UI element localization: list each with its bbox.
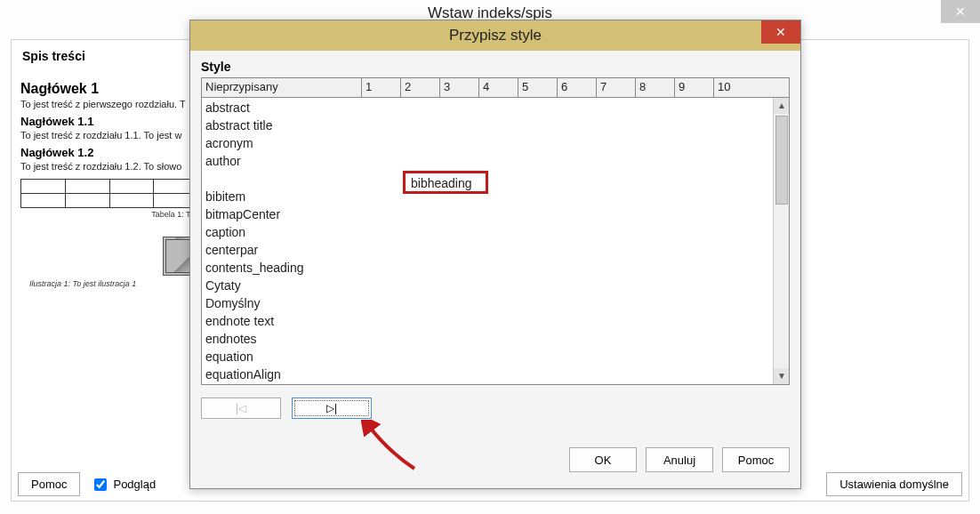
bg-close-button[interactable]: ✕ [941,0,980,23]
style-item[interactable]: bitmapCenter [202,205,362,222]
bg-help-label: Pomoc [31,478,67,491]
grid-header-6[interactable]: 6 [558,78,597,97]
grid-header-10[interactable]: 10 [714,78,753,97]
fg-titlebar: Przypisz style ✕ [190,20,800,51]
style-item[interactable]: Cytaty [202,276,362,293]
style-item[interactable]: acronym [202,133,362,151]
grid-scrollbar[interactable]: ▲ ▼ [773,98,789,384]
style-item[interactable]: centerpar [202,240,362,258]
style-item[interactable]: equationAlign [202,365,362,382]
grid-content[interactable]: abstract abstract title acronym author b… [202,98,773,384]
grid-header-row: Nieprzypisany 1 2 3 4 5 6 7 8 9 10 [202,78,789,98]
style-item-highlighted[interactable]: bibheading [403,171,488,194]
fg-close-button[interactable]: ✕ [761,20,800,44]
bg-help-button[interactable]: Pomoc [18,472,80,496]
cancel-label: Anuluj [663,454,695,467]
style-item[interactable]: endnote text [202,311,362,329]
style-item[interactable]: Domyślny [202,293,362,311]
bg-bottom-left-buttons: Pomoc Podgląd [18,472,156,496]
style-item[interactable]: abstract [202,98,362,116]
grid-header-1[interactable]: 1 [362,78,401,97]
style-item[interactable]: contents_heading [202,258,362,276]
grid-header-unassigned[interactable]: Nieprzypisany [202,78,362,97]
grid-header-8[interactable]: 8 [636,78,675,97]
bg-defaults-label: Ustawienia domyślne [839,478,949,491]
style-item[interactable]: endnotes [202,329,362,347]
bg-defaults-button[interactable]: Ustawienia domyślne [826,472,962,496]
fg-title: Przypisz style [190,20,800,51]
scroll-up-icon[interactable]: ▲ [774,98,789,114]
grid-header-2[interactable]: 2 [401,78,440,97]
scroll-down-icon[interactable]: ▼ [774,368,789,384]
grid-body: abstract abstract title acronym author b… [202,98,789,384]
style-item[interactable]: caption [202,222,362,240]
grid-header-4[interactable]: 4 [479,78,518,97]
style-label: Style [201,60,790,74]
bg-section-title: Spis treści [22,49,85,63]
cancel-button[interactable]: Anuluj [646,447,713,472]
grid-col-unassigned: abstract abstract title acronym author b… [202,98,362,382]
fg-help-label: Pomoc [738,454,774,467]
grid-header-3[interactable]: 3 [440,78,479,97]
go-last-icon: ▷| [326,402,337,414]
style-grid[interactable]: Nieprzypisany 1 2 3 4 5 6 7 8 9 10 abstr… [201,77,790,385]
style-item[interactable] [202,169,362,187]
style-item[interactable]: abstract title [202,116,362,133]
ok-button[interactable]: OK [569,447,637,472]
preview-checkbox-input[interactable] [94,478,107,491]
style-item[interactable]: author [202,151,362,169]
go-first-icon: |◁ [236,402,246,414]
scroll-thumb[interactable] [775,116,788,205]
fg-help-button[interactable]: Pomoc [722,447,790,472]
preview-checkbox-label: Podgląd [113,478,156,491]
assign-styles-dialog: Przypisz style ✕ Style Nieprzypisany 1 2… [189,20,801,489]
grid-header-5[interactable]: 5 [518,78,558,97]
move-left-button[interactable]: |◁ [201,398,281,419]
level-nav-buttons: |◁ ▷| [201,398,790,419]
preview-table-caption: Tabela 1: To j [20,210,198,219]
preview-table [20,179,198,208]
fg-action-buttons: OK Anuluj Pomoc [569,447,790,472]
style-item[interactable]: equation [202,347,362,365]
style-item[interactable]: bibitem [202,187,362,205]
move-right-button[interactable]: ▷| [292,398,372,419]
ok-label: OK [595,454,612,467]
grid-header-7[interactable]: 7 [597,78,636,97]
preview-checkbox[interactable]: Podgląd [91,476,156,494]
grid-header-9[interactable]: 9 [675,78,714,97]
fg-body: Style Nieprzypisany 1 2 3 4 5 6 7 8 9 10… [201,60,790,478]
bg-bottom-right-buttons: Ustawienia domyślne [826,472,962,496]
